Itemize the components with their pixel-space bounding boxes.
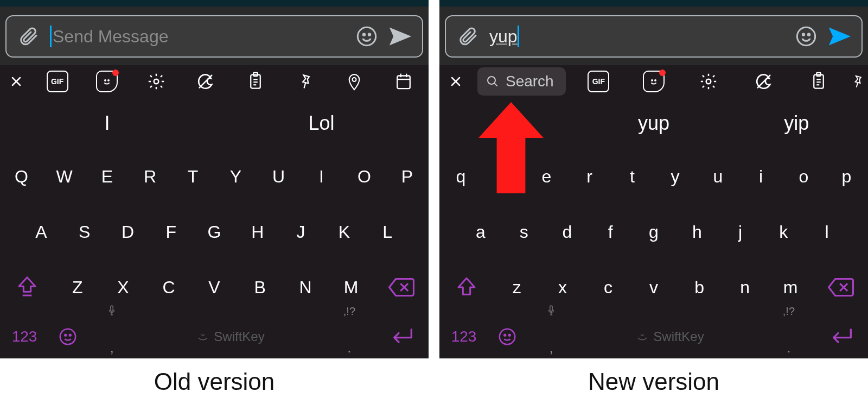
key-a[interactable]: a — [459, 204, 502, 260]
key-n[interactable]: N — [283, 260, 328, 315]
key-q[interactable]: q — [439, 149, 482, 204]
send-icon[interactable] — [828, 24, 852, 48]
svg-point-25 — [69, 335, 71, 336]
key-p[interactable]: P — [386, 149, 429, 204]
key-l[interactable]: l — [805, 204, 848, 260]
message-input[interactable]: yup — [489, 26, 784, 47]
key-r[interactable]: R — [129, 149, 171, 204]
key-h[interactable]: h — [675, 204, 719, 260]
period-key[interactable]: ,!? . — [324, 315, 374, 358]
key-s[interactable]: S — [63, 204, 106, 260]
key-l[interactable]: L — [366, 204, 409, 260]
backspace-key[interactable] — [374, 260, 429, 315]
key-g[interactable]: g — [632, 204, 675, 260]
key-g[interactable]: G — [193, 204, 236, 260]
key-v[interactable]: v — [631, 260, 676, 315]
key-j[interactable]: J — [279, 204, 323, 260]
attach-icon[interactable] — [16, 24, 40, 48]
attach-icon[interactable] — [456, 24, 480, 48]
space-key[interactable]: SwiftKey — [576, 315, 764, 358]
key-b[interactable]: b — [676, 260, 722, 315]
comma-key[interactable]: , — [87, 315, 137, 358]
message-input[interactable]: Send Message — [50, 26, 345, 47]
toolbar-gif[interactable]: GIF — [571, 65, 626, 98]
key-z[interactable]: Z — [55, 260, 100, 315]
key-o[interactable]: o — [782, 149, 825, 204]
toolbar-theme[interactable] — [181, 65, 231, 98]
toolbar-search[interactable]: Search — [472, 65, 571, 98]
key-j[interactable]: j — [719, 204, 762, 260]
toolbar-pin[interactable] — [280, 65, 329, 98]
toolbar-clipboard[interactable] — [231, 65, 280, 98]
key-o[interactable]: O — [343, 149, 386, 204]
keyboard: QWERTYUIOP ASDFGHJKL ZXCVBNM 123 — [0, 149, 429, 358]
toolbar-settings[interactable] — [681, 65, 736, 98]
emoji-icon[interactable] — [794, 24, 818, 48]
emoji-key[interactable] — [49, 315, 87, 358]
period-key[interactable]: ,!? . — [764, 315, 814, 358]
toolbar-sticker[interactable] — [82, 65, 131, 98]
status-bar — [0, 0, 429, 7]
send-icon[interactable] — [388, 24, 412, 48]
suggestion-3[interactable]: yip — [725, 112, 868, 135]
emoji-key[interactable] — [488, 315, 526, 358]
key-e[interactable]: E — [86, 149, 129, 204]
key-k[interactable]: k — [762, 204, 805, 260]
key-c[interactable]: C — [146, 260, 192, 315]
key-s[interactable]: s — [502, 204, 546, 260]
toolbar-settings[interactable] — [132, 65, 181, 98]
key-k[interactable]: K — [322, 204, 366, 260]
enter-key[interactable] — [814, 315, 868, 358]
toolbar-sticker[interactable] — [626, 65, 681, 98]
key-u[interactable]: u — [697, 149, 739, 204]
toolbar-close[interactable] — [0, 65, 33, 98]
message-box[interactable]: yup — [445, 15, 863, 58]
toolbar-location[interactable] — [330, 65, 379, 98]
key-a[interactable]: A — [20, 204, 63, 260]
toolbar-gif[interactable]: GIF — [33, 65, 82, 98]
backspace-key[interactable] — [813, 260, 868, 315]
comma-key[interactable]: , — [526, 315, 576, 358]
key-i[interactable]: I — [300, 149, 343, 204]
message-box[interactable]: Send Message — [5, 15, 423, 58]
key-q[interactable]: Q — [0, 149, 43, 204]
enter-key[interactable] — [374, 315, 429, 358]
space-key[interactable]: SwiftKey — [137, 315, 324, 358]
toolbar-theme[interactable] — [736, 65, 791, 98]
key-d[interactable]: D — [106, 204, 150, 260]
suggestion-2[interactable]: yup — [582, 112, 725, 135]
emoji-icon[interactable] — [355, 24, 379, 48]
key-t[interactable]: T — [171, 149, 214, 204]
key-c[interactable]: c — [585, 260, 631, 315]
key-y[interactable]: y — [654, 149, 697, 204]
toolbar-pin[interactable] — [846, 65, 868, 98]
key-w[interactable]: w — [482, 149, 525, 204]
key-b[interactable]: B — [237, 260, 283, 315]
numbers-key[interactable]: 123 — [0, 315, 49, 358]
toolbar-close[interactable] — [439, 65, 472, 98]
key-d[interactable]: d — [546, 204, 589, 260]
key-t[interactable]: t — [611, 149, 654, 204]
suggestion-1[interactable]: I — [0, 112, 214, 135]
shift-key[interactable] — [439, 260, 494, 315]
key-u[interactable]: U — [257, 149, 300, 204]
keyboard-brand: SwiftKey — [214, 329, 264, 344]
key-e[interactable]: e — [525, 149, 568, 204]
key-v[interactable]: V — [192, 260, 237, 315]
svg-line-34 — [494, 83, 497, 86]
key-f[interactable]: f — [589, 204, 632, 260]
key-w[interactable]: W — [43, 149, 86, 204]
key-h[interactable]: H — [236, 204, 279, 260]
key-i[interactable]: i — [739, 149, 782, 204]
key-y[interactable]: Y — [214, 149, 257, 204]
key-n[interactable]: n — [722, 260, 768, 315]
key-p[interactable]: p — [825, 149, 868, 204]
key-r[interactable]: r — [568, 149, 611, 204]
toolbar-clipboard[interactable] — [792, 65, 846, 98]
key-z[interactable]: z — [494, 260, 540, 315]
toolbar-calendar[interactable] — [379, 65, 429, 98]
key-f[interactable]: F — [149, 204, 193, 260]
shift-key[interactable] — [0, 260, 55, 315]
numbers-key[interactable]: 123 — [439, 315, 488, 358]
suggestion-2[interactable]: Lol — [214, 112, 429, 135]
